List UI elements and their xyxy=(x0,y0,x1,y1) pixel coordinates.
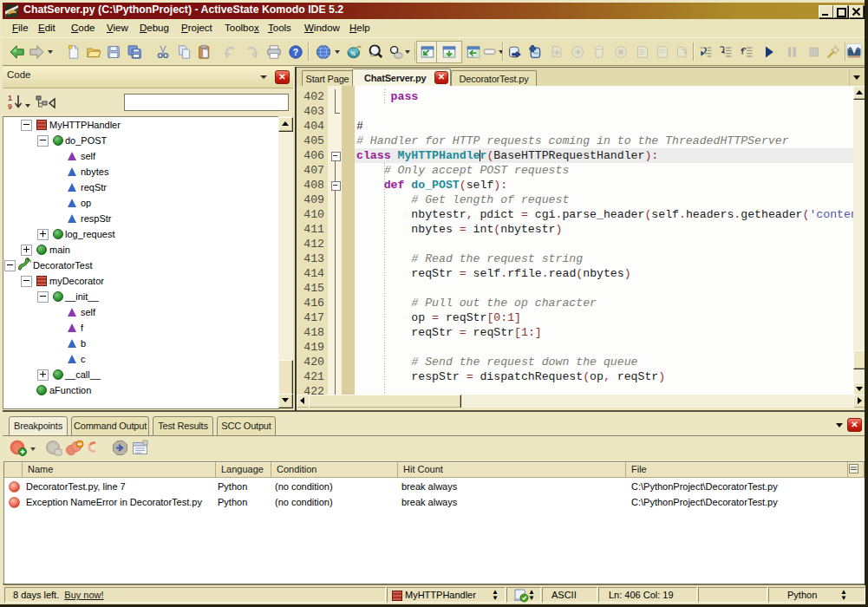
svg-text:%: % xyxy=(350,50,356,56)
svg-text:1: 1 xyxy=(8,94,12,102)
svg-text:9: 9 xyxy=(8,102,12,111)
svg-text:?: ? xyxy=(293,48,298,57)
